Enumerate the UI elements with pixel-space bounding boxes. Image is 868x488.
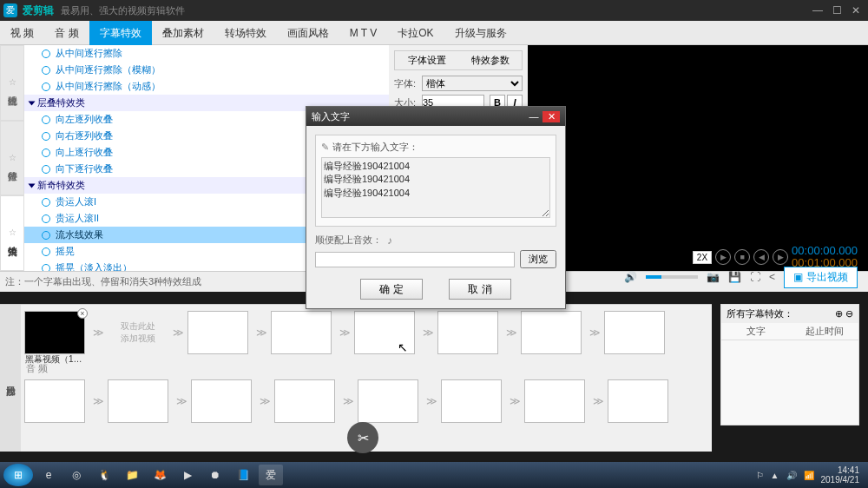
subtitle-panel-title: 所有字幕特效： [727, 307, 835, 320]
app-icon: 爱 [3, 3, 17, 17]
empty-clip[interactable] [604, 311, 665, 354]
snapshot-icon[interactable]: 📷 [707, 271, 720, 283]
fullscreen-icon[interactable]: ⛶ [750, 271, 760, 283]
save-icon[interactable]: 💾 [728, 271, 741, 283]
font-label: 字体: [394, 77, 422, 90]
remove-subtitle-icon[interactable]: ⊖ [845, 308, 853, 320]
sidetab-disappear[interactable]: ☆消失特效 [0, 195, 24, 271]
prev-frame-button[interactable]: ◀ [753, 249, 769, 265]
arrow-icon: ≫ [170, 325, 186, 340]
taskbar-notes[interactable]: 📘 [231, 465, 255, 485]
audio-track: ≫ ≫ ≫ ≫ ≫ ≫ ≫ [24, 377, 708, 425]
tab-subtitle-fx[interactable]: 字幕特效 [89, 21, 152, 45]
stop-button[interactable]: ■ [734, 249, 750, 265]
tray-flag-icon[interactable]: ⚐ [756, 471, 764, 480]
add-video-hint[interactable]: 双击此处添加视频 [108, 311, 168, 354]
maximize-button[interactable]: ☐ [828, 3, 845, 17]
taskbar-ie[interactable]: e [36, 465, 61, 485]
export-video-button[interactable]: ▣导出视频 [784, 267, 858, 288]
video-preview[interactable] [528, 45, 868, 271]
close-button[interactable]: ✕ [847, 3, 865, 17]
volume-icon[interactable]: 🔊 [624, 271, 637, 283]
video-clip[interactable]: × 黑幕视频（1… [24, 311, 85, 354]
add-subtitle-icon[interactable]: ⊕ [835, 308, 843, 320]
empty-clip[interactable] [108, 379, 168, 423]
tab-style[interactable]: 画面风格 [277, 21, 339, 45]
system-tray: ⚐ ▲ 🔊 📶 14:41 2019/4/21 [756, 465, 865, 485]
tab-mtv[interactable]: M T V [339, 21, 388, 45]
ok-button[interactable]: 确 定 [360, 279, 423, 300]
sound-path-input[interactable] [315, 252, 515, 267]
empty-clip[interactable] [354, 311, 415, 354]
speed-indicator[interactable]: 2X [693, 251, 712, 264]
col-text: 文字 [721, 323, 790, 340]
arrow-icon: ≫ [587, 325, 602, 340]
tray-network-icon[interactable]: 📶 [804, 471, 814, 480]
next-frame-button[interactable]: ▶ [773, 249, 788, 265]
edit-icon: ✎ [321, 142, 329, 153]
dialog-close[interactable]: ✕ [542, 111, 560, 122]
dialog-minimize[interactable]: — [525, 111, 542, 122]
tab-audio[interactable]: 音 频 [44, 21, 89, 45]
empty-clip[interactable] [521, 311, 582, 354]
cut-button[interactable]: ✂ [347, 422, 378, 452]
app-slogan: 最易用、强大的视频剪辑软件 [61, 4, 807, 17]
empty-clip[interactable] [437, 311, 498, 354]
volume-slider[interactable] [646, 275, 698, 279]
taskbar-chrome[interactable]: ◎ [64, 465, 89, 485]
taskbar-explorer[interactable]: 📁 [120, 465, 144, 485]
effect-item[interactable]: 从中间逐行擦除（动感） [24, 78, 389, 95]
tray-clock[interactable]: 14:41 2019/4/21 [821, 465, 860, 485]
export-icon: ▣ [793, 271, 803, 283]
main-tabs: 视 频 音 频 字幕特效 叠加素材 转场特效 画面风格 M T V 卡拉OK 升… [0, 21, 868, 45]
tray-up-icon[interactable]: ▲ [771, 471, 779, 480]
empty-clip[interactable] [274, 379, 335, 423]
taskbar-aijianji[interactable]: 爱 [259, 465, 283, 485]
playback-controls: 2X ▶ ■ ◀ ▶ 00:00:00.000 00:01:00.000 🔊 📷… [556, 247, 858, 286]
minimize-button[interactable]: — [809, 3, 826, 17]
arrow-icon: ≫ [337, 325, 352, 340]
browse-button[interactable]: 浏览 [520, 250, 556, 268]
taskbar-firefox[interactable]: 🦊 [148, 465, 172, 485]
dialog-titlebar[interactable]: 输入文字 — ✕ [306, 107, 565, 126]
audio-track-label: 音 频 [26, 362, 708, 375]
empty-clip[interactable] [271, 311, 332, 354]
tab-karaoke[interactable]: 卡拉OK [387, 21, 444, 45]
fonttab-fxparam[interactable]: 特效参数 [458, 51, 522, 69]
remove-clip-icon[interactable]: × [77, 308, 88, 319]
tab-transition[interactable]: 转场特效 [214, 21, 277, 45]
sidetab-stay[interactable]: ☆停留特效 [0, 121, 24, 196]
side-tabs: ☆出现特效 ☆停留特效 ☆消失特效 [0, 45, 24, 271]
windows-taskbar: ⊞ e ◎ 🐧 📁 🦊 ▶ ⏺ 📘 爱 ⚐ ▲ 🔊 📶 14:41 2019/4… [0, 462, 868, 488]
tab-video[interactable]: 视 频 [0, 21, 44, 45]
cancel-button[interactable]: 取 消 [449, 279, 511, 300]
play-button[interactable]: ▶ [715, 249, 731, 265]
col-time: 起止时间 [790, 323, 858, 340]
effect-item[interactable]: 从中间逐行擦除（模糊） [24, 62, 389, 78]
tab-overlay[interactable]: 叠加素材 [152, 21, 214, 45]
music-note-icon: ♪ [387, 234, 392, 247]
font-select[interactable]: 楷体 [422, 76, 523, 91]
empty-clip[interactable] [441, 379, 502, 423]
effect-item[interactable]: 从中间逐行擦除 [24, 45, 389, 62]
taskbar-player[interactable]: ▶ [175, 465, 200, 485]
empty-clip[interactable] [524, 379, 585, 423]
fonttab-font[interactable]: 字体设置 [395, 51, 458, 69]
share-icon[interactable]: < [769, 271, 775, 283]
arrow-icon: ≫ [253, 325, 269, 340]
empty-clip[interactable] [608, 379, 668, 423]
taskbar-qq[interactable]: 🐧 [92, 465, 116, 485]
text-input[interactable]: 编导经验190421004 编导经验190421004 编导经验19042100… [321, 157, 550, 218]
arrow-icon: ≫ [503, 325, 519, 340]
tray-volume-icon[interactable]: 🔊 [786, 471, 797, 480]
start-button[interactable]: ⊞ [3, 464, 33, 486]
taskbar-record[interactable]: ⏺ [203, 465, 227, 485]
sidetab-appear[interactable]: ☆出现特效 [0, 45, 24, 121]
empty-clip[interactable] [24, 379, 85, 423]
empty-clip[interactable] [358, 379, 418, 423]
tab-upgrade[interactable]: 升级与服务 [444, 21, 517, 45]
subtitle-panel: 所有字幕特效： ⊕ ⊖ 文字 起止时间 [720, 304, 859, 425]
empty-clip[interactable] [191, 379, 252, 423]
empty-clip[interactable] [187, 311, 248, 354]
video-track: × 黑幕视频（1… ≫ 双击此处添加视频 ≫ ≫ ≫ ≫ ≫ ≫ [24, 308, 708, 357]
